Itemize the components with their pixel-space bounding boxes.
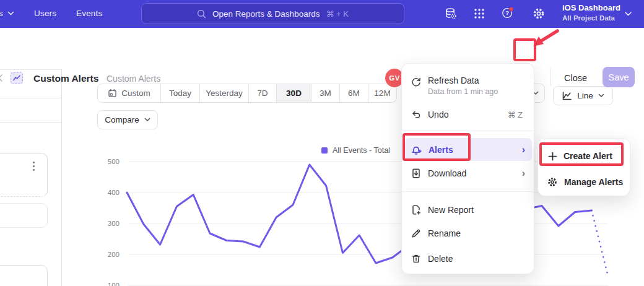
chevron-down-icon xyxy=(144,118,150,122)
divider xyxy=(402,131,534,131)
bell-plus-icon xyxy=(411,144,422,155)
chevron-down-icon[interactable] xyxy=(7,11,14,16)
menu-label: Alerts xyxy=(429,145,453,155)
legend-swatch xyxy=(321,147,328,154)
divider xyxy=(0,69,61,70)
menu-label: Download xyxy=(428,168,466,178)
breadcrumb: Custom Alerts xyxy=(107,74,160,84)
trash-icon xyxy=(411,253,422,264)
divider xyxy=(402,191,534,192)
chart-type-button[interactable]: Line xyxy=(553,86,613,105)
report-type-icon xyxy=(11,72,23,84)
help-icon[interactable]: ? xyxy=(502,6,515,20)
nav-overflow-label[interactable]: s xyxy=(0,9,3,18)
range-yesterday[interactable]: Yesterday xyxy=(199,84,248,102)
chevron-down-icon xyxy=(598,93,604,98)
search-placeholder: Open Reports & Dashboards xyxy=(212,9,320,19)
submenu-item-create-alert[interactable]: Create Alert xyxy=(538,145,630,167)
kebab-menu-icon[interactable] xyxy=(33,162,35,171)
undo-icon xyxy=(411,109,422,120)
menu-item-undo[interactable]: Undo ⌘ Z xyxy=(402,103,534,126)
date-range-selector: Custom Today Yesterday 7D 30D 3M 6M 12M xyxy=(97,84,397,103)
range-7d[interactable]: 7D xyxy=(248,84,276,102)
query-builder-sidebar xyxy=(0,69,62,286)
compare-button[interactable]: Compare xyxy=(97,110,158,129)
range-3m[interactable]: 3M xyxy=(311,84,339,102)
menu-label: Undo xyxy=(428,110,448,119)
settings-gear-icon[interactable] xyxy=(532,7,546,20)
range-30d-selected[interactable]: 30D xyxy=(276,84,311,102)
menu-shortcut: ⌘ Z xyxy=(507,110,523,119)
top-navbar: s Users Events Open Reports & Dashboards… xyxy=(0,0,644,28)
svg-text:100: 100 xyxy=(108,282,120,286)
search-icon xyxy=(197,9,206,19)
close-button[interactable]: Close xyxy=(564,73,587,83)
save-button[interactable]: Save xyxy=(603,67,635,87)
project-name: iOS Dashboard xyxy=(562,3,624,12)
alerts-submenu: Create Alert Manage Alerts xyxy=(537,138,630,196)
menu-label: Rename xyxy=(428,228,461,238)
nav-link-users[interactable]: Users xyxy=(34,9,56,18)
page-title: Custom Alerts xyxy=(33,73,98,84)
submenu-item-manage-alerts[interactable]: Manage Alerts xyxy=(538,171,630,193)
menu-label: New Report xyxy=(428,205,474,215)
report-header: Custom Alerts Custom Alerts GV Duplicate… xyxy=(0,28,644,69)
project-switcher[interactable]: iOS Dashboard All Project Data xyxy=(562,3,624,22)
plus-icon xyxy=(548,152,557,161)
menu-item-delete[interactable]: Delete xyxy=(402,248,534,270)
menu-item-rename[interactable]: Rename xyxy=(402,222,534,245)
line-chart-icon xyxy=(12,74,21,82)
filter-card[interactable] xyxy=(0,265,48,286)
pencil-icon xyxy=(411,228,422,239)
download-icon xyxy=(411,168,422,179)
divider xyxy=(0,122,61,123)
nav-link-events[interactable]: Events xyxy=(76,9,102,18)
svg-text:300: 300 xyxy=(108,220,120,227)
notification-dot xyxy=(509,7,513,11)
menu-item-alerts[interactable]: Alerts › xyxy=(402,138,534,161)
refresh-icon xyxy=(411,77,422,88)
range-today[interactable]: Today xyxy=(160,84,199,102)
line-chart-icon xyxy=(562,91,572,101)
svg-text:400: 400 xyxy=(108,189,120,196)
chevron-down-icon[interactable] xyxy=(624,11,632,17)
app-window: s Users Events Open Reports & Dashboards… xyxy=(0,0,644,286)
svg-text:200: 200 xyxy=(108,251,120,258)
submenu-label: Create Alert xyxy=(564,151,612,161)
menu-sublabel: Data from 1 min ago xyxy=(428,87,498,96)
collapse-edge-icon xyxy=(0,74,3,82)
range-6m[interactable]: 6M xyxy=(339,84,368,102)
data-management-icon[interactable] xyxy=(444,7,458,20)
event-card[interactable] xyxy=(0,153,48,197)
submenu-chevron: › xyxy=(522,168,525,178)
submenu-chevron: › xyxy=(522,145,525,155)
gear-icon xyxy=(547,176,558,188)
menu-item-refresh-data[interactable]: Refresh Data Data from 1 min ago xyxy=(402,71,534,100)
menu-item-download[interactable]: Download › xyxy=(402,162,534,184)
menu-label: Delete xyxy=(428,254,453,264)
search-shortcut: ⌘ + K xyxy=(326,9,349,19)
divider xyxy=(0,98,61,98)
menu-label: Refresh Data xyxy=(428,76,498,85)
divider xyxy=(550,67,551,86)
more-options-menu: Refresh Data Data from 1 min ago Undo ⌘ … xyxy=(401,63,534,274)
apps-grid-icon[interactable] xyxy=(472,7,486,20)
new-report-icon xyxy=(411,204,422,215)
add-event-card[interactable] xyxy=(0,203,48,228)
svg-text:500: 500 xyxy=(108,158,120,165)
search-input[interactable]: Open Reports & Dashboards ⌘ + K xyxy=(141,3,404,24)
range-custom[interactable]: Custom xyxy=(98,84,160,102)
submenu-label: Manage Alerts xyxy=(564,177,623,187)
calendar-icon xyxy=(108,89,117,98)
chart-legend[interactable]: All Events - Total xyxy=(321,146,390,155)
menu-item-new-report[interactable]: New Report xyxy=(402,199,534,221)
project-scope: All Project Data xyxy=(562,14,624,22)
legend-label: All Events - Total xyxy=(333,146,390,155)
svg-text:?: ? xyxy=(505,9,509,16)
